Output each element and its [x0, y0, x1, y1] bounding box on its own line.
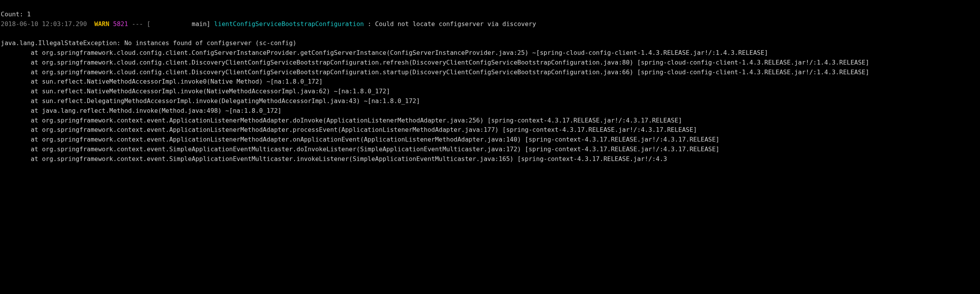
log-level: WARN — [94, 20, 110, 28]
log-output: Count: 1 2018-06-10 12:03:17.290 WARN 58… — [0, 0, 980, 164]
log-logger: lientConfigServiceBootstrapConfiguration — [214, 20, 364, 28]
log-message: Could not locate configserver via discov… — [375, 20, 536, 28]
log-thread: main] — [150, 20, 210, 28]
log-pid: 5821 — [113, 20, 128, 28]
stack-trace: at org.springframework.cloud.config.clie… — [1, 49, 869, 163]
log-colon: : — [364, 20, 375, 28]
truncated-line: Count: 1 — [1, 10, 31, 18]
log-separator: --- [ — [132, 20, 150, 28]
log-timestamp: 2018-06-10 12:03:17.290 — [1, 20, 87, 28]
exception-line: java.lang.IllegalStateException: No inst… — [1, 39, 296, 47]
